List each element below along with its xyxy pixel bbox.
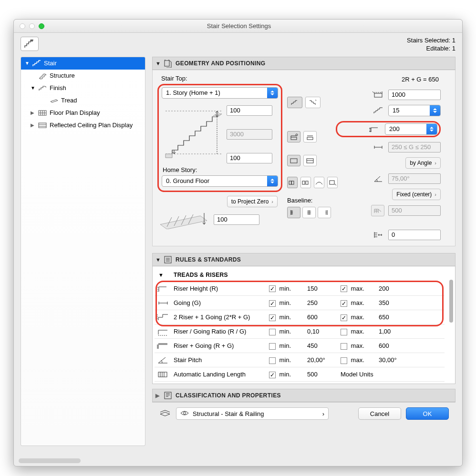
rules-table: Riser Height (R) min. 150 max.200 Going … — [155, 282, 445, 382]
svg-point-23 — [296, 134, 298, 136]
max-checkbox[interactable] — [341, 357, 347, 364]
winder-value-field — [388, 205, 441, 216]
max-checkbox[interactable] — [341, 285, 347, 292]
svg-rect-22 — [291, 137, 297, 140]
disclosure-triangle-icon[interactable]: ▼ — [31, 85, 35, 91]
riser-icon — [369, 125, 381, 133]
segment-toggle-a[interactable] — [287, 177, 298, 188]
rule-min-value[interactable]: 450 — [305, 339, 339, 353]
ok-button[interactable]: OK — [406, 407, 449, 420]
steps-icon — [372, 106, 384, 115]
tree-item-stair[interactable]: ▼ Stair — [21, 57, 145, 70]
project-zero-field[interactable] — [214, 214, 259, 225]
max-checkbox[interactable] — [341, 314, 347, 321]
zoom-window-icon[interactable] — [39, 23, 44, 29]
rule-max-value[interactable]: 600 — [377, 339, 445, 353]
fixed-button[interactable]: Fixed (center)› — [392, 189, 441, 200]
rule-extra: Model Units — [339, 367, 445, 382]
landing-toggle-a[interactable] — [287, 155, 300, 166]
min-checkbox[interactable] — [269, 329, 276, 335]
scrollbar-thumb[interactable] — [449, 280, 453, 323]
dropdown-arrows-icon — [267, 88, 278, 98]
stair-favorite-icon — [24, 38, 35, 50]
rule-name: Riser / Going Ratio (R / G) — [172, 324, 267, 339]
rule-max-value[interactable]: 650 — [377, 310, 445, 324]
panel-header-geometry[interactable]: ▼ GEOMETRY AND POSITIONING — [152, 57, 455, 70]
stair-direction-down-toggle[interactable]: › — [305, 97, 321, 108]
rule-min-value[interactable]: 150 — [305, 282, 339, 296]
tree-item-structure[interactable]: Structure — [21, 70, 145, 82]
baseline-offset-icon — [372, 231, 384, 239]
structure-icon — [37, 71, 48, 80]
stair-direction-up-toggle[interactable] — [287, 97, 302, 108]
disclosure-triangle-icon[interactable]: ▼ — [25, 61, 30, 66]
winder-icon-button[interactable] — [371, 205, 384, 216]
min-checkbox[interactable] — [269, 357, 276, 364]
project-zero-button[interactable]: to Project Zero› — [227, 196, 278, 207]
min-checkbox[interactable] — [269, 343, 276, 350]
max-checkbox[interactable] — [341, 329, 347, 335]
lock-going-toggle[interactable] — [287, 131, 300, 142]
rule-name: Riser + Going (R + G) — [172, 339, 267, 353]
horizontal-scrollbar[interactable] — [19, 458, 138, 463]
tree-item-rcp[interactable]: ▶ Reflected Ceiling Plan Display — [21, 119, 145, 132]
baseline-center-toggle[interactable] — [302, 207, 316, 218]
stair-width-field[interactable] — [388, 90, 441, 100]
disclosure-triangle-icon[interactable]: ▶ — [31, 122, 35, 128]
favorites-button[interactable] — [21, 37, 39, 51]
baseline-right-toggle[interactable] — [318, 207, 331, 218]
rule-min-value[interactable]: 20,00° — [305, 353, 339, 367]
tree-item-finish[interactable]: ▼ Finish — [21, 82, 145, 94]
panel-header-classification[interactable]: ▶ CLASSIFICATION AND PROPERTIES — [152, 389, 455, 402]
top-offset-field[interactable] — [227, 105, 272, 116]
baseline-label: Baseline: — [287, 197, 331, 204]
chevron-right-icon: › — [435, 192, 436, 197]
going-icon — [372, 143, 384, 152]
step-count-dropdown[interactable]: 15 — [388, 105, 441, 116]
rule-row: Riser Height (R) min. 150 max.200 — [155, 282, 445, 296]
min-checkbox[interactable] — [269, 372, 276, 378]
free-going-toggle[interactable] — [303, 131, 317, 142]
formula-text: 2R + G = 650 — [336, 75, 441, 85]
landing-toggle-b[interactable] — [303, 155, 317, 166]
rule-row: 2 Riser + 1 Going (2*R + G) min. 600 max… — [155, 310, 445, 324]
min-checkbox[interactable] — [269, 314, 276, 321]
disclosure-triangle-icon[interactable]: ▶ — [31, 110, 35, 115]
home-story-dropdown[interactable]: 0. Ground Floor — [162, 175, 278, 187]
minimize-window-icon[interactable] — [29, 23, 35, 29]
disclosure-triangle-icon: ▼ — [155, 61, 160, 66]
tree-item-floorplan[interactable]: ▶ Floor Plan Display — [21, 107, 145, 119]
cancel-button[interactable]: Cancel — [358, 407, 401, 420]
by-angle-button[interactable]: by Angle› — [405, 157, 441, 169]
rule-icon — [155, 282, 172, 296]
rule-max-value[interactable]: 200 — [377, 282, 445, 296]
rule-max-value[interactable]: 30,00° — [377, 353, 445, 367]
stair-top-dropdown[interactable]: 1. Story (Home + 1) — [162, 87, 278, 99]
rule-max-value[interactable]: 350 — [377, 296, 445, 310]
rule-min-value[interactable]: 0,10 — [305, 324, 339, 339]
rule-max-value[interactable]: 1,00 — [377, 324, 445, 339]
tree-item-tread[interactable]: Tread — [21, 94, 145, 107]
rules-subheader[interactable]: ▼ TREADS & RISERS — [155, 268, 453, 282]
geometry-icon — [163, 59, 173, 68]
layer-dropdown[interactable]: Structural - Stair & Railing › — [176, 407, 329, 420]
max-checkbox[interactable] — [341, 300, 347, 307]
min-checkbox[interactable] — [269, 300, 276, 307]
panel-header-rules[interactable]: ▼ RULES & STANDARDS — [152, 253, 455, 266]
rule-icon — [155, 296, 172, 310]
max-checkbox[interactable] — [341, 343, 347, 350]
rule-min-value[interactable]: 600 — [305, 310, 339, 324]
min-checkbox[interactable] — [269, 285, 276, 292]
rule-min-value[interactable]: 500 — [305, 367, 339, 382]
baseline-left-toggle[interactable] — [287, 207, 300, 218]
angle-icon — [372, 174, 384, 183]
segment-toggle-c[interactable] — [314, 177, 324, 188]
rule-min-value[interactable]: 250 — [305, 296, 339, 310]
close-window-icon[interactable] — [20, 23, 25, 29]
baseline-offset-field[interactable] — [388, 230, 441, 240]
bottom-offset-field[interactable] — [227, 153, 272, 163]
svg-rect-8 — [165, 61, 169, 66]
riser-height-dropdown[interactable]: 200 — [385, 123, 437, 135]
segment-toggle-b[interactable] — [300, 177, 311, 188]
rule-icon — [155, 324, 172, 339]
